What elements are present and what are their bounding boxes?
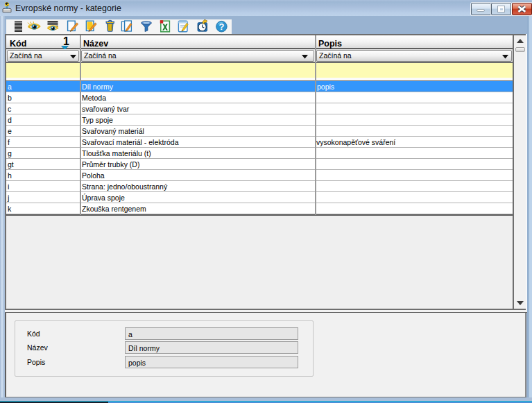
svg-text:?: ? [219, 22, 225, 32]
